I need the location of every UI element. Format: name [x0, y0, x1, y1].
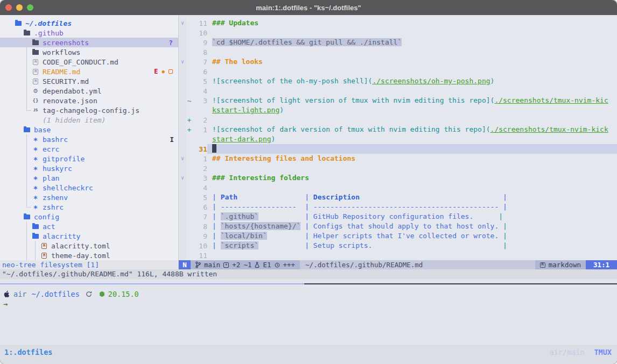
- tree-item-label: CODE_OF_CONDUCT.md: [43, 58, 118, 66]
- tmux-statusbar: 1:.dotfiles air/main TMUX: [0, 345, 617, 364]
- indent-guide: [31, 251, 40, 260]
- editor-line[interactable]: 8| `hosts/{hostname}/` | Configs that sh…: [179, 222, 617, 231]
- indent-guide: [14, 202, 23, 212]
- editor-line[interactable]: ∨11### Updates: [179, 18, 617, 28]
- editor-line[interactable]: start-dark.png): [179, 134, 617, 144]
- tree-item[interactable]: *bashrcI: [0, 134, 178, 144]
- tree-item[interactable]: *plan: [0, 173, 178, 183]
- fold-marker: [179, 202, 186, 212]
- tmux-right: air/main TMUX: [549, 348, 612, 356]
- tree-item[interactable]: MSECURITY.md: [0, 76, 178, 86]
- syntax-segment: ## The looks: [212, 58, 263, 66]
- syntax-segment: Path: [221, 193, 237, 201]
- editor-line[interactable]: 4: [179, 86, 617, 96]
- git-status-badges: ?: [169, 39, 173, 47]
- editor-line[interactable]: 4: [179, 183, 617, 192]
- editor-line[interactable]: 10| `scripts` | Setup scripts. |: [179, 241, 617, 251]
- editor-line[interactable]: ~3![screenshot of light version of tmux …: [179, 96, 617, 105]
- tree-item-label: .github: [34, 29, 64, 37]
- indent-guide: [14, 144, 23, 154]
- node-icon: [99, 291, 105, 297]
- tree-item[interactable]: *zshenv: [0, 192, 178, 202]
- editor-line[interactable]: ∨7## The looks: [179, 57, 617, 67]
- flask-icon: [255, 262, 260, 268]
- extra-flags: +++: [283, 261, 296, 269]
- editor-line[interactable]: 10: [179, 28, 617, 38]
- fold-marker[interactable]: ∨: [179, 18, 186, 28]
- syntax-segment: |: [212, 193, 221, 201]
- tmux-window-tab[interactable]: 1:.dotfiles: [4, 348, 52, 356]
- prompt-input-line[interactable]: →: [3, 299, 617, 309]
- indent-guide: [23, 96, 31, 105]
- editor-line[interactable]: ∨3### Interesting folders: [179, 173, 617, 183]
- editor-line[interactable]: 5![screenshot of the oh-my-posh shell](.…: [179, 76, 617, 86]
- editor-body[interactable]: ∨11### Updates109`cd $HOME/.dotfiles && …: [179, 15, 617, 260]
- fold-marker[interactable]: ∨: [179, 57, 186, 67]
- line-number: 8: [192, 223, 207, 231]
- tree-item[interactable]: Mtheme-day.toml: [0, 251, 178, 260]
- shell-pane[interactable]: air ~/.dotfiles 20.15.0 →: [0, 284, 617, 345]
- editor-line[interactable]: 7| `.github` | GitHub Repository configu…: [179, 212, 617, 222]
- indent-guide: [23, 251, 31, 260]
- editor-pane: ∨11### Updates109`cd $HOME/.dotfiles && …: [179, 15, 617, 269]
- indent-guide: [23, 67, 31, 76]
- fold-marker: [179, 125, 186, 134]
- folder-open-icon: [23, 125, 31, 134]
- editor-line[interactable]: 8: [179, 47, 617, 57]
- git-branch-icon: [195, 261, 201, 268]
- gear-icon: ⚙: [31, 86, 40, 96]
- tree-item[interactable]: (1 hidden item): [0, 115, 178, 125]
- syntax-segment: [499, 203, 503, 211]
- tree-item[interactable]: *zshrc: [0, 202, 178, 212]
- indent-guide: [14, 115, 23, 125]
- editor-line[interactable]: 11: [179, 251, 617, 260]
- editor-line[interactable]: +1![screenshot of dark version of tmux w…: [179, 125, 617, 134]
- editor-line[interactable]: 5| Path | Description |: [179, 192, 617, 202]
- editor-line[interactable]: 9| `local/bin` | Helper scripts that I'v…: [179, 231, 617, 241]
- tree-item[interactable]: MREADME.mdE●: [0, 67, 178, 76]
- editor-line[interactable]: 9`cd $HOME/.dotfiles && git pull && ./in…: [179, 38, 617, 47]
- indent-guide: [14, 67, 23, 76]
- indent-guide: [31, 241, 40, 251]
- tree-item[interactable]: act: [0, 222, 178, 231]
- tree-item[interactable]: *huskyrc: [0, 163, 178, 173]
- cursor: [212, 144, 216, 153]
- editor-line[interactable]: +2: [179, 115, 617, 125]
- editor-line[interactable]: 6| ------------------ | ----------------…: [179, 202, 617, 212]
- tree-item[interactable]: alacritty: [0, 231, 178, 241]
- tree-item[interactable]: screenshots?: [0, 38, 178, 47]
- tree-item[interactable]: ~/.dotfiles: [0, 18, 178, 28]
- fold-marker[interactable]: ∨: [179, 173, 186, 183]
- tree-item[interactable]: JStag-changelog-config.js: [0, 105, 178, 115]
- dotfile-icon: *: [31, 154, 40, 163]
- editor-line[interactable]: kstart-light.png): [179, 105, 617, 115]
- tree-item[interactable]: *gitprofile: [0, 154, 178, 163]
- syntax-segment: ): [271, 135, 276, 143]
- syntax-segment: |: [212, 222, 221, 230]
- fold-marker[interactable]: ∨: [179, 154, 186, 163]
- syntax-segment: |: [305, 241, 313, 249]
- tree-item[interactable]: base: [0, 125, 178, 134]
- indent-guide: [14, 76, 23, 86]
- tree-item[interactable]: Malacritty.toml: [0, 241, 178, 251]
- apple-icon: [3, 290, 10, 298]
- tree-item[interactable]: config: [0, 212, 178, 222]
- editor-line[interactable]: ∨1## Interesting files and locations: [179, 154, 617, 163]
- file-diff-icon: +: [223, 262, 229, 268]
- tree-item[interactable]: MCODE_OF_CONDUCT.md: [0, 57, 178, 67]
- tree-item-label: workflows: [43, 48, 80, 56]
- editor-line[interactable]: 6: [179, 67, 617, 76]
- editor-line[interactable]: 2: [179, 163, 617, 173]
- tree-item[interactable]: *shellcheckrc: [0, 183, 178, 192]
- tree-item[interactable]: workflows: [0, 47, 178, 57]
- tree-item[interactable]: *ecrc: [0, 144, 178, 154]
- tree-item[interactable]: ⚙dependabot.yml: [0, 86, 178, 96]
- tree-item[interactable]: {}renovate.json: [0, 96, 178, 105]
- syntax-segment: |: [305, 232, 313, 240]
- editor-line[interactable]: 31: [179, 144, 617, 154]
- tree-item[interactable]: .github: [0, 28, 178, 38]
- folder-open-icon: [14, 18, 23, 28]
- syntax-segment: ): [279, 106, 284, 114]
- indent-guide: [23, 38, 31, 47]
- indent-guide: [23, 231, 31, 241]
